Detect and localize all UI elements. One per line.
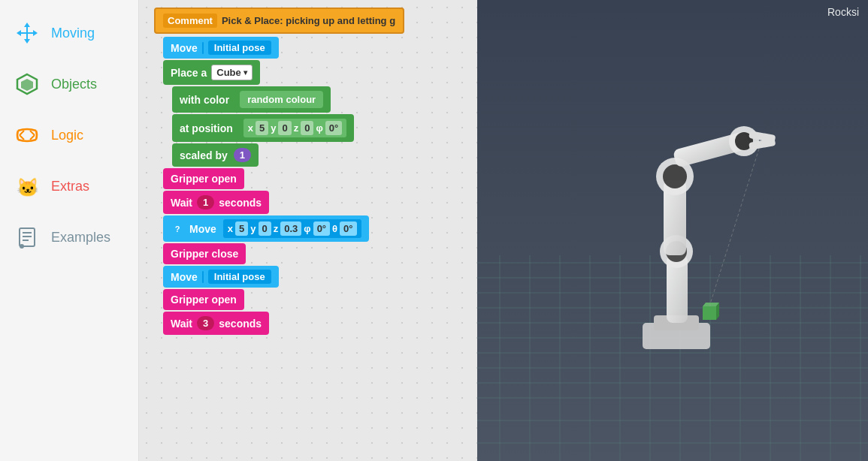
brand-text: Rocksi (827, 6, 859, 18)
move3-connector (202, 271, 204, 283)
place-block[interactable]: Place a Cube (163, 60, 260, 85)
wait1-val[interactable]: 1 (197, 195, 214, 209)
move1-connector (202, 42, 204, 54)
gripperopen1-block[interactable]: Gripper open (163, 168, 244, 189)
wait2-val[interactable]: 3 (197, 316, 214, 330)
c2phi-label: φ (304, 223, 310, 234)
help-icon[interactable]: ? (171, 222, 184, 236)
sidebar-item-logic[interactable]: Logic (0, 110, 138, 161)
cz-val[interactable]: 0 (301, 121, 313, 135)
svg-text:🐱: 🐱 (17, 176, 39, 198)
move1-pose: Initial pose (208, 41, 271, 55)
sidebar: Moving Objects Logic 🐱 Extras Examples (0, 0, 139, 461)
gripperopen2-label: Gripper open (171, 294, 237, 306)
sidebar-item-moving[interactable]: Moving (0, 8, 138, 59)
comment-block-row: Comment Pick & Place: picking up and let… (154, 8, 470, 34)
c2x-label: x (228, 223, 233, 234)
sidebar-objects-label: Objects (51, 77, 97, 92)
withcolor-block-row: with color random colour (154, 86, 470, 113)
withcolor-label: with color (180, 94, 229, 106)
svg-rect-44 (703, 306, 716, 320)
svg-point-38 (663, 164, 687, 188)
c2theta-label: θ (332, 223, 337, 234)
scaledby-block[interactable]: scaled by 1 (172, 143, 259, 167)
viewport: Rocksi (477, 0, 868, 461)
wait2-block[interactable]: Wait 3 seconds (163, 312, 269, 335)
atposition-block[interactable]: at position x 5 y 0 z 0 φ 0° (172, 114, 354, 142)
coord-block: x 5 y 0 z 0 φ 0° (243, 119, 346, 137)
cphi-label: φ (316, 122, 322, 134)
comment-label: Comment (163, 14, 217, 28)
objects-icon (14, 71, 41, 98)
cy-label: y (271, 122, 276, 134)
move3-label: Move (171, 271, 198, 283)
place-label: Place a (171, 67, 207, 79)
gripperclose-block[interactable]: Gripper close (163, 243, 246, 264)
wait2-label: Wait (171, 318, 192, 330)
gripperopen1-label: Gripper open (171, 173, 237, 185)
wait1-block[interactable]: Wait 1 seconds (163, 191, 269, 214)
c2theta-val[interactable]: 0° (340, 221, 356, 236)
move2-label: Move (189, 223, 216, 235)
comment-block[interactable]: Comment Pick & Place: picking up and let… (154, 8, 404, 34)
atposition-block-row: at position x 5 y 0 z 0 φ 0° (154, 114, 470, 142)
atposition-label: at position (180, 122, 233, 134)
move1-label: Move (171, 42, 198, 54)
move2-block-row: ? Move x 5 y 0 z 0.3 φ 0° θ 0° (154, 215, 470, 242)
random-colour-badge: random colour (240, 91, 323, 108)
move-icon (14, 20, 41, 47)
move2-coord-block: x 5 y 0 z 0.3 φ 0° θ 0° (223, 219, 361, 238)
cx-val[interactable]: 5 (256, 121, 268, 135)
gripperopen2-block-row: Gripper open (154, 289, 470, 310)
logic-icon (14, 122, 41, 149)
block-panel: Comment Pick & Place: picking up and let… (139, 0, 477, 461)
wait1-label: Wait (171, 197, 192, 209)
move3-pose: Initial pose (208, 270, 271, 284)
svg-point-4 (20, 244, 24, 249)
move3-block-row: Move Initial pose (154, 266, 470, 288)
wait1-block-row: Wait 1 seconds (154, 191, 470, 214)
c2y-label: y (250, 223, 256, 234)
c2phi-val[interactable]: 0° (313, 221, 330, 236)
cphi-val[interactable]: 0° (325, 121, 342, 135)
cube-dropdown[interactable]: Cube (211, 65, 253, 80)
c2z-label: z (274, 223, 279, 234)
scaledby-block-row: scaled by 1 (154, 143, 470, 167)
scaled-val[interactable]: 1 (234, 148, 251, 162)
move1-block-row: Move Initial pose (154, 37, 470, 59)
cz-label: z (294, 122, 299, 134)
scaledby-label: scaled by (180, 149, 228, 161)
cy-val[interactable]: 0 (278, 121, 291, 135)
sidebar-item-extras[interactable]: 🐱 Extras (0, 161, 138, 212)
comment-text: Pick & Place: picking up and letting g (222, 15, 395, 26)
wait1-seconds: seconds (219, 197, 262, 209)
c2y-val[interactable]: 0 (259, 221, 271, 236)
c2x-val[interactable]: 5 (235, 221, 248, 236)
sidebar-moving-label: Moving (51, 26, 95, 41)
gripperclose-label: Gripper close (171, 248, 238, 260)
cx-label: x (248, 122, 253, 134)
c2z-val[interactable]: 0.3 (280, 221, 301, 236)
sidebar-examples-label: Examples (51, 230, 110, 246)
move1-block[interactable]: Move Initial pose (163, 37, 279, 59)
sidebar-extras-label: Extras (51, 179, 89, 194)
move2-block[interactable]: ? Move x 5 y 0 z 0.3 φ 0° θ 0° (163, 215, 369, 242)
move3-block[interactable]: Move Initial pose (163, 266, 279, 288)
gripperopen2-block[interactable]: Gripper open (163, 289, 244, 310)
wait2-block-row: Wait 3 seconds (154, 312, 470, 335)
svg-marker-1 (21, 79, 33, 91)
sidebar-logic-label: Logic (51, 128, 83, 143)
wait2-seconds: seconds (219, 318, 262, 330)
sidebar-item-examples[interactable]: Examples (0, 212, 138, 263)
gripperclose-block-row: Gripper close (154, 243, 470, 264)
gripperopen1-block-row: Gripper open (154, 168, 470, 189)
withcolor-block[interactable]: with color random colour (172, 86, 331, 113)
examples-icon (14, 224, 41, 251)
extras-icon: 🐱 (14, 173, 41, 200)
sidebar-item-objects[interactable]: Objects (0, 59, 138, 110)
place-block-row: Place a Cube (154, 60, 470, 85)
